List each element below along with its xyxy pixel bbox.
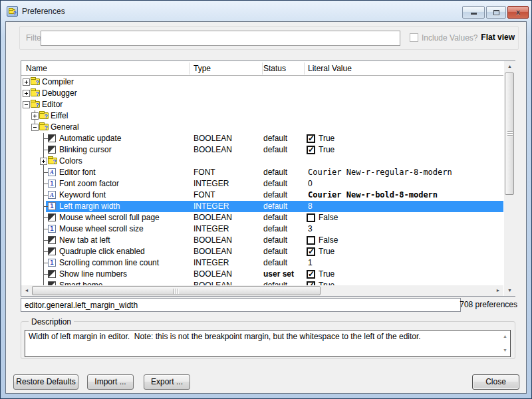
pref-type: INTEGER [194, 202, 229, 211]
horizontal-scrollbar[interactable]: ◄ ► [21, 285, 503, 296]
include-values-label: Include Values? [422, 33, 478, 43]
tree-expander-plus-icon[interactable] [23, 90, 30, 97]
pref-row-automatic-update[interactable]: Automatic updateBOOLEANdefault✓True [21, 133, 503, 144]
scroll-down-button[interactable]: ▼ [504, 285, 515, 296]
pref-name: Smart home [59, 281, 102, 285]
restore-defaults-button[interactable]: Restore Defaults [13, 374, 78, 390]
description-scroll-up-icon[interactable]: ▲ [503, 334, 507, 339]
tree-line [43, 206, 48, 207]
column-header-literal-value[interactable]: Literal Value [308, 64, 352, 73]
pref-row-smart-home[interactable]: Smart homeBOOLEANdefault✓True [21, 280, 503, 285]
pref-status: user set [263, 270, 294, 279]
value-checkbox[interactable] [307, 236, 315, 245]
pref-row-show-line-numbers[interactable]: Show line numbersBOOLEANuser set✓True [21, 269, 503, 280]
pref-name: Font zoom factor [59, 180, 119, 188]
pref-status: default [263, 134, 287, 143]
pref-type: BOOLEAN [194, 236, 232, 245]
pref-status: default [263, 259, 287, 267]
tree-line [43, 195, 48, 196]
column-header-type[interactable]: Type [194, 64, 211, 73]
vertical-scrollbar[interactable]: ▲ ▼ [504, 61, 515, 296]
filter-input[interactable] [41, 31, 400, 46]
pref-row-mouse-wheel-scroll-size[interactable]: 1Mouse wheel scroll sizeINTEGERdefault3 [21, 223, 503, 235]
pref-status: default [263, 191, 287, 200]
boolean-pref-icon [48, 236, 56, 244]
integer-pref-icon: 1 [48, 225, 56, 233]
import-button[interactable]: Import ... [87, 374, 134, 390]
vertical-scroll-thumb[interactable] [505, 72, 514, 195]
tree-expander-plus-icon[interactable] [40, 158, 47, 165]
scroll-right-button[interactable]: ► [493, 285, 503, 296]
value-checkbox[interactable]: ✓ [307, 270, 315, 279]
value-checkbox[interactable]: ✓ [307, 247, 315, 256]
flat-view-button[interactable]: Flat view [481, 33, 515, 42]
pref-row-compiler[interactable]: ?Compiler [21, 76, 503, 88]
pref-status: default [263, 281, 287, 285]
folder-icon: ? [39, 112, 49, 119]
pref-value: Courier New-r-regular-8-modern [308, 168, 452, 177]
description-scroll-down-icon[interactable]: ▼ [503, 348, 507, 353]
scroll-up-button[interactable]: ▲ [504, 61, 515, 72]
pref-row-font-zoom-factor[interactable]: 1Font zoom factorINTEGERdefault0 [21, 178, 503, 190]
column-separator[interactable] [262, 63, 263, 74]
maximize-button[interactable] [486, 6, 506, 19]
pref-row-blinking-cursor[interactable]: Blinking cursorBOOLEANdefault✓True [21, 144, 503, 156]
pref-row-new-tab-at-left[interactable]: New tab at leftBOOLEANdefaultFalse [21, 235, 503, 246]
pref-status: default [263, 180, 287, 188]
tree-line [43, 274, 48, 275]
minimize-button[interactable] [462, 6, 485, 19]
tree-expander-minus-icon[interactable] [31, 124, 39, 131]
value-checkbox[interactable]: ✓ [307, 146, 315, 154]
pref-name: Blinking cursor [59, 146, 112, 154]
integer-pref-icon: 1 [48, 259, 56, 267]
value-checkbox[interactable]: ✓ [307, 134, 315, 143]
tree-expander-plus-icon[interactable] [31, 112, 39, 120]
pref-row-mouse-wheel-scroll-full-page[interactable]: Mouse wheel scroll full pageBOOLEANdefau… [21, 212, 503, 223]
description-text-box[interactable]: Width of left margin in editor. Note: th… [25, 330, 511, 357]
pref-row-left-margin-width[interactable]: 1Left margin widthINTEGERdefault8 [21, 201, 503, 212]
pref-type: BOOLEAN [194, 281, 232, 285]
close-window-button[interactable]: x [507, 6, 529, 19]
scroll-left-button[interactable]: ◄ [21, 285, 32, 296]
pref-value: True [319, 134, 334, 143]
pref-row-scrolling-common-line-count[interactable]: 1Scrolling common line countINTEGERdefau… [21, 257, 503, 269]
pref-row-keyword-font[interactable]: AKeyword fontFONTdefaultCourier New-r-bo… [21, 190, 503, 201]
close-button[interactable]: Close [472, 374, 519, 390]
pref-row-colors[interactable]: ?Colors [21, 156, 503, 167]
folder-icon: ? [31, 101, 40, 108]
window-title: Preferences [22, 7, 65, 16]
pref-row-editor[interactable]: ?Editor [21, 99, 503, 110]
boolean-pref-icon [48, 134, 56, 142]
column-header-status[interactable]: Status [263, 64, 286, 73]
pref-name: Compiler [42, 78, 74, 86]
pref-value: 1 [308, 259, 313, 267]
folder-icon: ? [31, 90, 40, 96]
horizontal-scroll-thumb[interactable] [32, 286, 321, 295]
column-header-name[interactable]: Name [26, 64, 47, 73]
value-checkbox[interactable]: ✓ [307, 281, 315, 285]
titlebar[interactable]: ? Preferences x [1, 1, 531, 21]
column-separator[interactable] [189, 63, 190, 74]
close-icon: x [508, 8, 528, 16]
pref-row-debugger[interactable]: ?Debugger [21, 88, 503, 99]
pref-type: BOOLEAN [194, 270, 232, 279]
pref-row-eiffel[interactable]: ?Eiffel [21, 110, 503, 122]
preference-count: 708 preferences [460, 300, 517, 309]
tree-expander-plus-icon[interactable] [23, 78, 30, 86]
pref-row-editor-font[interactable]: AEditor fontFONTdefaultCourier New-r-reg… [21, 167, 503, 178]
pref-type: INTEGER [194, 225, 229, 233]
pref-type: FONT [194, 191, 215, 200]
pref-status: default [263, 236, 287, 245]
column-separator[interactable] [304, 63, 305, 74]
font-pref-icon: A [48, 191, 56, 199]
pref-type: BOOLEAN [194, 213, 232, 222]
tree-line [43, 240, 48, 241]
include-values-checkbox[interactable] [410, 33, 418, 42]
pref-type: BOOLEAN [194, 247, 232, 256]
pref-row-quadruple-click-enabled[interactable]: Quadruple click enabledBOOLEANdefault✓Tr… [21, 246, 503, 257]
export-button[interactable]: Export ... [144, 374, 190, 390]
tree-expander-minus-icon[interactable] [23, 101, 30, 108]
pref-row-general[interactable]: ?General [21, 122, 503, 133]
pref-status: default [263, 225, 287, 233]
value-checkbox[interactable] [307, 213, 315, 222]
